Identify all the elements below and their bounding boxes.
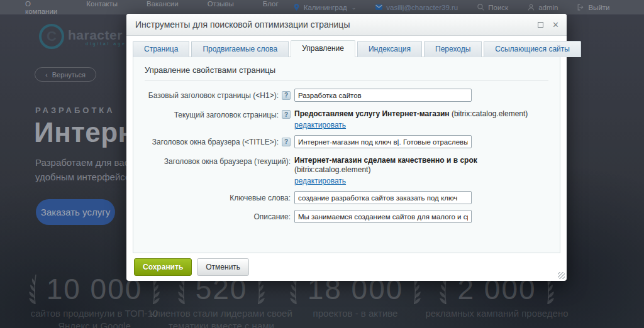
tab-indexing[interactable]: Индексация [357,41,422,57]
keywords-input[interactable] [294,191,472,204]
divider [145,80,548,81]
tab-promoted-words[interactable]: Продвигаемые слова [191,41,289,57]
dialog-tabs: Страница Продвигаемые слова Управление И… [126,36,567,57]
field-label: Базовый заголовок страницы (<H1>): [148,91,279,100]
field-row-description: Описание: [145,210,548,223]
section-title: Управление свойствами страницы [133,57,560,80]
help-icon[interactable]: ? [282,91,291,100]
maximize-icon[interactable] [538,22,543,28]
edit-link[interactable]: редактировать [294,121,346,129]
current-title-value: Предоставляем услугу Интернет-магазин [294,109,450,118]
edit-link[interactable]: редактировать [294,177,346,185]
field-row-browser-title-current: Заголовок окна браузера (текущий): Интер… [145,154,548,185]
h1-title-input[interactable] [294,89,472,102]
page: О компании Контакты Вакансии Отзывы Блог… [0,0,644,328]
field-row-h1: Базовый заголовок страницы (<H1>): ? [145,89,548,102]
tab-management[interactable]: Управление [291,40,355,57]
cancel-button[interactable]: Отменить [197,258,249,276]
seo-tools-dialog: Инструменты для поисковой оптимизации ст… [126,14,567,281]
field-row-browser-title: Заголовок окна браузера (<TITLE>): ? [145,135,548,148]
current-browser-title-value: Интернет-магазин сделаем качественно и в… [294,156,477,165]
resize-grip[interactable] [558,272,565,279]
field-label: Заголовок окна браузера (<TITLE>): [152,138,279,146]
browser-title-input[interactable] [294,135,472,148]
component-note: (bitrix:catalog.element) [294,165,370,174]
component-note: (bitrix:catalog.element) [452,109,528,118]
description-input[interactable] [294,210,472,223]
close-icon[interactable]: ✕ [552,21,559,29]
tab-transitions[interactable]: Переходы [424,41,482,57]
field-label: Текущий заголовок страницы: [174,109,279,119]
tab-panel-management: Управление свойствами страницы Базовый з… [133,57,560,253]
dialog-titlebar: Инструменты для поисковой оптимизации ст… [126,14,567,36]
field-label: Заголовок окна браузера (текущий): [164,155,291,166]
tab-referring-sites[interactable]: Ссылающиеся сайты [484,41,581,57]
help-icon[interactable]: ? [282,110,291,119]
tab-page[interactable]: Страница [133,41,189,57]
field-label: Ключевые слова: [230,194,291,202]
dialog-title: Инструменты для поисковой оптимизации ст… [135,19,350,30]
field-row-current-title: Текущий заголовок страницы: ? Предоставл… [145,107,548,129]
dialog-footer: Сохранить Отменить [126,253,567,281]
help-icon[interactable]: ? [282,138,291,146]
save-button[interactable]: Сохранить [134,258,192,276]
field-row-keywords: Ключевые слова: [145,191,548,204]
field-label: Описание: [253,212,291,221]
